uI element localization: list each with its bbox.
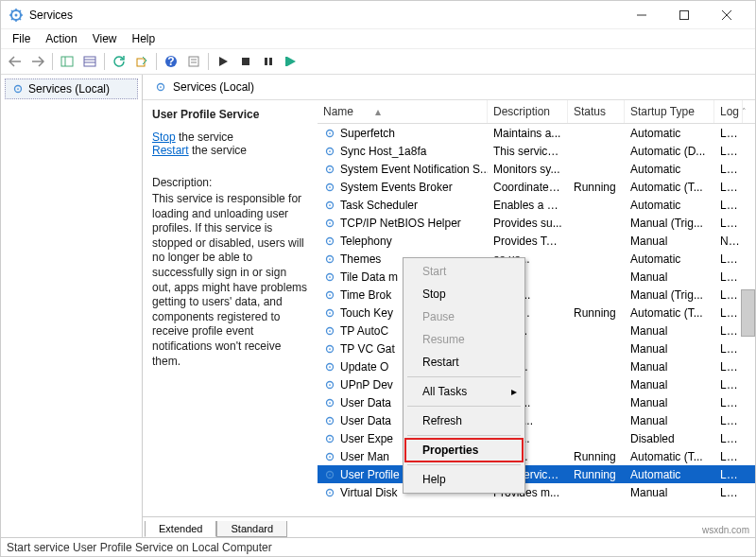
service-desc: Provides Tel... xyxy=(488,234,568,249)
col-header-logon[interactable]: Log ˄ xyxy=(714,100,743,123)
menu-action[interactable]: Action xyxy=(38,30,84,47)
start-service-button[interactable] xyxy=(213,51,233,72)
tree-item-services-local[interactable]: Services (Local) xyxy=(5,78,138,99)
svg-rect-2 xyxy=(679,10,688,19)
restart-link[interactable]: Restart xyxy=(152,144,189,157)
service-logon: Loc xyxy=(714,180,743,195)
gear-icon xyxy=(323,199,336,212)
stop-service-button[interactable] xyxy=(235,51,256,72)
svg-point-51 xyxy=(329,384,331,386)
details-button[interactable] xyxy=(79,51,100,72)
context-menu-separator xyxy=(407,464,521,465)
stop-link[interactable]: Stop xyxy=(152,131,176,144)
service-logon: Net xyxy=(714,234,743,249)
svg-rect-8 xyxy=(137,59,145,66)
table-row[interactable]: Task SchedulerEnables a us...AutomaticLo… xyxy=(318,196,755,214)
gear-icon xyxy=(323,378,336,392)
context-menu-restart[interactable]: Restart xyxy=(405,351,523,374)
context-menu-help[interactable]: Help xyxy=(405,468,523,491)
tab-extended[interactable]: Extended xyxy=(145,521,216,537)
table-row[interactable]: Sync Host_1a8faThis service ...Automatic… xyxy=(318,142,755,160)
export-button[interactable] xyxy=(131,51,152,72)
sort-indicator-icon: ▴ xyxy=(375,105,381,118)
table-row[interactable]: User Dataes sto...ManualLoc xyxy=(318,411,755,429)
context-menu-properties[interactable]: Properties xyxy=(405,439,523,461)
table-row[interactable]: TP AutoCint .p...ManualLoc xyxy=(318,322,755,339)
service-logon: Loc xyxy=(714,395,743,410)
col-header-name[interactable]: Name▴ xyxy=(318,100,488,123)
table-row[interactable]: Time Broknates...Manual (Trig...Loc xyxy=(318,286,755,304)
gear-icon xyxy=(323,324,336,338)
context-menu-all-tasks[interactable]: All Tasks▸ xyxy=(405,380,523,403)
col-header-status[interactable]: Status xyxy=(568,100,625,123)
service-startup: Automatic xyxy=(625,198,714,213)
svg-rect-14 xyxy=(242,58,249,65)
service-logon: Loc xyxy=(714,377,743,392)
table-row[interactable]: SuperfetchMaintains a...AutomaticLoc xyxy=(318,124,755,142)
table-row[interactable]: TP VC Gatint c...ManualLoc xyxy=(318,339,755,357)
col-header-startup[interactable]: Startup Type xyxy=(625,100,714,123)
table-row[interactable]: User Mananag...RunningAutomatic (T...Loc xyxy=(318,447,755,465)
table-row[interactable]: Update Oes W...ManualLoc xyxy=(318,357,755,375)
chevron-right-icon: ▸ xyxy=(511,385,517,398)
service-list-pane: Name▴ Description Status Startup Type Lo… xyxy=(318,100,755,516)
show-hide-tree-button[interactable] xyxy=(57,51,77,72)
menu-view[interactable]: View xyxy=(85,30,125,47)
svg-point-47 xyxy=(329,348,331,350)
table-row[interactable]: User Dataes ap...ManualLoc xyxy=(318,393,755,411)
table-row[interactable]: User Expees su...DisabledLoc xyxy=(318,429,755,447)
window-title: Services xyxy=(29,9,620,22)
service-name: System Event Notification S... xyxy=(340,163,488,176)
gear-icon xyxy=(11,82,25,96)
table-row[interactable]: TelephonyProvides Tel...ManualNet xyxy=(318,232,755,250)
help-button[interactable]: ? xyxy=(161,51,181,72)
table-row[interactable]: Themeses us...AutomaticLoc xyxy=(318,250,755,268)
tab-standard[interactable]: Standard xyxy=(216,521,287,537)
forward-button[interactable] xyxy=(27,51,48,72)
service-startup: Automatic (T... xyxy=(625,180,714,195)
table-row[interactable]: Virtual DiskProvides m...ManualLoc xyxy=(318,483,755,501)
context-menu-refresh[interactable]: Refresh xyxy=(405,409,523,432)
service-desc: Enables a us... xyxy=(488,198,568,213)
list-body[interactable]: SuperfetchMaintains a...AutomaticLocSync… xyxy=(318,124,755,515)
scrollbar-thumb[interactable] xyxy=(741,289,755,337)
maximize-button[interactable] xyxy=(662,1,705,29)
service-desc: Provides su... xyxy=(488,216,568,231)
table-row[interactable]: TCP/IP NetBIOS HelperProvides su...Manua… xyxy=(318,214,755,232)
service-startup: Manual (Trig... xyxy=(625,216,714,231)
service-startup: Automatic xyxy=(625,467,714,482)
pause-service-button[interactable] xyxy=(258,51,279,72)
svg-point-35 xyxy=(329,240,331,242)
service-name: Virtual Disk xyxy=(340,486,397,499)
table-row[interactable]: UPnP DevUPn...ManualLoc xyxy=(318,375,755,393)
minimize-button[interactable] xyxy=(620,1,662,29)
table-row[interactable]: Tile Data mver f...ManualLoc xyxy=(318,268,755,286)
service-status xyxy=(568,366,625,368)
gear-icon xyxy=(323,450,336,463)
table-row[interactable]: User Profile ServiceThis service ...Runn… xyxy=(318,465,755,483)
toolbar: ? xyxy=(1,48,755,75)
table-row[interactable]: System Events BrokerCoordinates...Runnin… xyxy=(318,178,755,196)
refresh-button[interactable] xyxy=(109,51,129,72)
context-menu-pause: Pause xyxy=(405,305,523,328)
gear-icon xyxy=(323,270,336,284)
table-row[interactable]: System Event Notification S...Monitors s… xyxy=(318,160,755,178)
svg-rect-11 xyxy=(189,57,198,66)
service-startup: Manual xyxy=(625,234,714,249)
menu-help[interactable]: Help xyxy=(125,30,163,47)
context-menu-separator xyxy=(407,435,521,436)
properties-button[interactable] xyxy=(183,51,204,72)
service-name: Themes xyxy=(340,252,381,266)
gear-icon xyxy=(323,217,336,230)
gear-icon xyxy=(323,342,336,356)
close-button[interactable] xyxy=(705,1,747,29)
context-menu-stop[interactable]: Stop xyxy=(405,283,523,305)
table-row[interactable]: Touch Keys Tou...RunningAutomatic (T...L… xyxy=(318,304,755,322)
restart-service-button[interactable] xyxy=(281,51,301,72)
menu-file[interactable]: File xyxy=(5,30,38,47)
back-button[interactable] xyxy=(5,51,26,72)
service-logon: Loc xyxy=(714,341,743,357)
list-header: Name▴ Description Status Startup Type Lo… xyxy=(318,100,755,124)
col-header-description[interactable]: Description xyxy=(488,100,568,123)
service-status xyxy=(568,222,625,224)
